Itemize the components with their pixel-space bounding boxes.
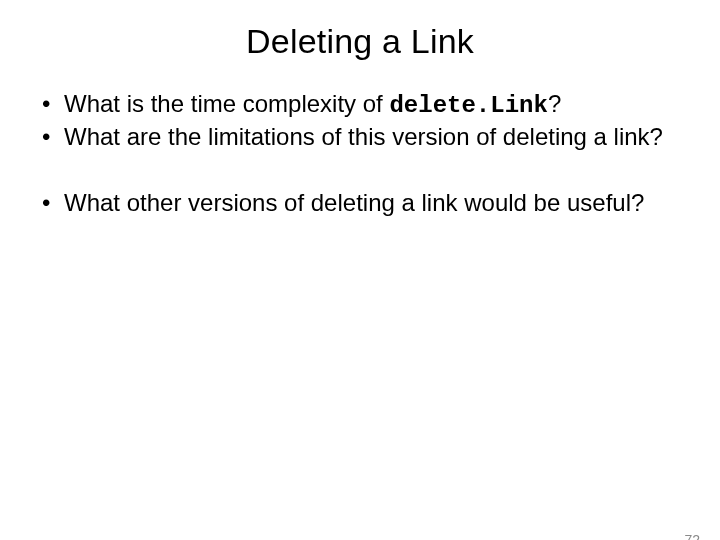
page-number: 72 (684, 532, 700, 540)
list-item: What are the limitations of this version… (34, 122, 686, 151)
bullet-text: What are the limitations of this version… (64, 123, 663, 150)
bullet-text: ? (548, 90, 561, 117)
spacer (34, 154, 686, 188)
bullet-list: What is the time complexity of delete.Li… (34, 89, 686, 152)
slide-title: Deleting a Link (0, 22, 720, 61)
bullet-list: What other versions of deleting a link w… (34, 188, 686, 217)
bullet-text: What other versions of deleting a link w… (64, 189, 644, 216)
slide-body: What is the time complexity of delete.Li… (0, 89, 720, 217)
bullet-text: What is the time complexity of (64, 90, 389, 117)
code-text: delete.Link (389, 92, 547, 119)
list-item: What is the time complexity of delete.Li… (34, 89, 686, 120)
list-item: What other versions of deleting a link w… (34, 188, 686, 217)
slide: Deleting a Link What is the time complex… (0, 22, 720, 540)
